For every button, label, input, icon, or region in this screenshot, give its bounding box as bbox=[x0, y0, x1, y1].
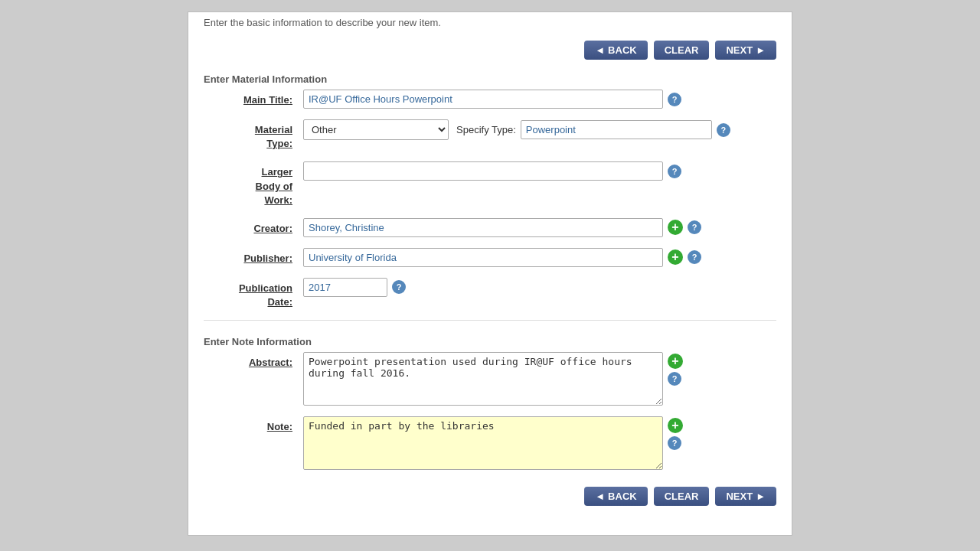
next-arrow-icon-bottom: ► bbox=[756, 491, 766, 502]
note-row: Note: Funded in part by the libraries + … bbox=[204, 416, 776, 470]
specify-type-input[interactable] bbox=[521, 120, 712, 139]
note-textarea[interactable]: Funded in part by the libraries bbox=[303, 416, 663, 470]
note-controls: Funded in part by the libraries + ? bbox=[303, 416, 776, 470]
main-title-help-icon[interactable]: ? bbox=[668, 93, 681, 106]
back-arrow-icon-top: ◄ bbox=[595, 44, 605, 56]
section-note-header: Enter Note Information bbox=[188, 328, 792, 352]
back-button-top[interactable]: ◄ BACK bbox=[584, 41, 647, 60]
larger-body-controls: ? bbox=[303, 161, 776, 181]
abstract-help-icon[interactable]: ? bbox=[668, 372, 681, 386]
larger-body-row: LargerBody ofWork: ? bbox=[204, 161, 776, 207]
main-title-input[interactable] bbox=[303, 90, 663, 109]
section-divider bbox=[204, 320, 776, 321]
publisher-help-icon[interactable]: ? bbox=[688, 250, 701, 264]
creator-help-icon[interactable]: ? bbox=[688, 220, 701, 234]
pub-date-help-icon[interactable]: ? bbox=[392, 280, 406, 294]
pub-date-row: PublicationDate: ? bbox=[204, 278, 776, 309]
back-button-bottom[interactable]: ◄ BACK bbox=[584, 487, 647, 506]
note-form: Abstract: Powerpoint presentation used d… bbox=[188, 352, 792, 470]
material-type-controls: Other Article Book Conference Paper Data… bbox=[303, 119, 776, 140]
main-title-row: Main Title: ? bbox=[204, 90, 776, 109]
material-type-select[interactable]: Other Article Book Conference Paper Data… bbox=[303, 119, 449, 140]
back-arrow-icon-bottom: ◄ bbox=[595, 491, 605, 502]
creator-controls: + ? bbox=[303, 218, 776, 237]
section-material-header: Enter Material Information bbox=[188, 66, 792, 90]
page-hint: Enter the basic information to describe … bbox=[188, 12, 792, 34]
material-type-help-icon[interactable]: ? bbox=[717, 123, 730, 137]
pub-date-controls: ? bbox=[303, 278, 776, 297]
larger-body-label: LargerBody ofWork: bbox=[204, 161, 303, 207]
creator-row: Creator: + ? bbox=[204, 218, 776, 237]
creator-input[interactable] bbox=[303, 218, 663, 237]
creator-add-icon[interactable]: + bbox=[668, 220, 683, 235]
publisher-add-icon[interactable]: + bbox=[668, 249, 683, 265]
next-button-bottom[interactable]: NEXT ► bbox=[715, 487, 776, 506]
note-add-icon[interactable]: + bbox=[668, 418, 683, 433]
publisher-controls: + ? bbox=[303, 248, 776, 267]
larger-body-input[interactable] bbox=[303, 161, 663, 181]
main-title-label: Main Title: bbox=[204, 90, 303, 107]
specify-type-label: Specify Type: bbox=[456, 124, 516, 135]
main-title-controls: ? bbox=[303, 90, 776, 109]
abstract-row: Abstract: Powerpoint presentation used d… bbox=[204, 352, 776, 406]
clear-button-top[interactable]: CLEAR bbox=[654, 41, 710, 60]
note-label: Note: bbox=[204, 416, 303, 434]
note-help-icon[interactable]: ? bbox=[668, 436, 681, 450]
creator-label: Creator: bbox=[204, 218, 303, 236]
abstract-icons: + ? bbox=[668, 352, 683, 386]
toolbar-top: ◄ BACK CLEAR NEXT ► bbox=[188, 34, 792, 66]
clear-button-bottom[interactable]: CLEAR bbox=[654, 487, 710, 506]
abstract-controls: Powerpoint presentation used during IR@U… bbox=[303, 352, 776, 406]
next-button-top[interactable]: NEXT ► bbox=[715, 41, 776, 60]
pub-date-label: PublicationDate: bbox=[204, 278, 303, 309]
note-icons: + ? bbox=[668, 416, 683, 450]
abstract-label: Abstract: bbox=[204, 352, 303, 370]
next-arrow-icon-top: ► bbox=[756, 44, 766, 56]
abstract-add-icon[interactable]: + bbox=[668, 354, 683, 369]
publisher-row: Publisher: + ? bbox=[204, 248, 776, 267]
material-form: Main Title: ? MaterialType: Other Articl… bbox=[188, 90, 792, 309]
toolbar-bottom: ◄ BACK CLEAR NEXT ► bbox=[188, 481, 792, 512]
publisher-input[interactable] bbox=[303, 248, 663, 267]
publisher-label: Publisher: bbox=[204, 248, 303, 266]
abstract-textarea[interactable]: Powerpoint presentation used during IR@U… bbox=[303, 352, 663, 406]
pub-date-input[interactable] bbox=[303, 278, 387, 297]
larger-body-help-icon[interactable]: ? bbox=[668, 165, 681, 178]
material-type-row: MaterialType: Other Article Book Confere… bbox=[204, 119, 776, 151]
material-type-label: MaterialType: bbox=[204, 119, 303, 151]
